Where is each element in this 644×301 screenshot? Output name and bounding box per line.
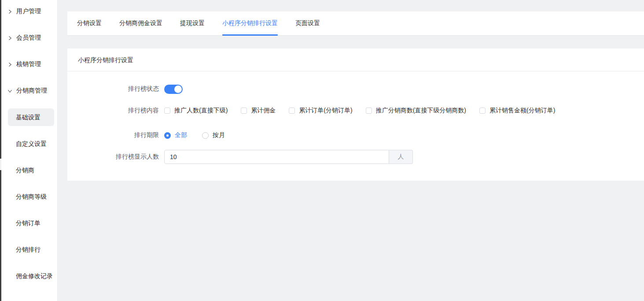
checkbox-total-sales-amount[interactable]: 累计销售金额(分销订单) bbox=[479, 107, 555, 115]
sidebar-item-distribution-ranking[interactable]: 分销排行 bbox=[1, 241, 57, 258]
sidebar-item-label: 分销排行 bbox=[16, 246, 40, 253]
checkbox-promoted-users[interactable]: 推广人数(直接下级) bbox=[164, 107, 228, 115]
tab-distributor-commission-settings[interactable]: 分销商佣金设置 bbox=[119, 11, 162, 35]
ranking-period-row: 排行期限 全部 按月 bbox=[67, 126, 644, 144]
tab-page-settings[interactable]: 页面设置 bbox=[295, 11, 320, 35]
sidebar-item-label: 分销商等级 bbox=[16, 193, 47, 200]
sidebar-item-distribution-orders[interactable]: 分销订单 bbox=[1, 214, 57, 232]
chevron-right-icon bbox=[7, 35, 12, 41]
sidebar-item-basic-settings[interactable]: 基础设置 bbox=[8, 108, 54, 126]
tab-label: 分销设置 bbox=[77, 19, 102, 27]
ranking-period-label: 排行期限 bbox=[67, 131, 159, 139]
toggle-knob bbox=[174, 85, 182, 93]
tab-label: 提现设置 bbox=[180, 19, 205, 27]
checkbox-icon bbox=[366, 108, 372, 114]
ranking-status-label: 排行榜状态 bbox=[67, 85, 159, 93]
tab-miniprogram-ranking-settings[interactable]: 小程序分销排行设置 bbox=[222, 11, 278, 35]
checkbox-icon bbox=[289, 108, 295, 114]
chevron-down-icon bbox=[7, 88, 12, 93]
checkbox-total-orders[interactable]: 累计订单(分销订单) bbox=[289, 107, 352, 115]
radio-period-monthly[interactable]: 按月 bbox=[202, 131, 225, 139]
tab-withdrawal-settings[interactable]: 提现设置 bbox=[180, 11, 205, 35]
display-count-input[interactable] bbox=[164, 150, 389, 164]
radio-unselected-icon bbox=[202, 132, 209, 139]
display-count-input-group: 人 bbox=[164, 150, 413, 164]
sidebar-group-user-management[interactable]: 用户管理 bbox=[1, 3, 57, 20]
tab-label: 小程序分销排行设置 bbox=[222, 19, 278, 27]
sidebar-item-label: 分销商 bbox=[16, 167, 34, 174]
checkbox-icon bbox=[164, 108, 170, 114]
chevron-right-icon bbox=[7, 9, 12, 14]
sidebar-item-label: 自定义设置 bbox=[16, 140, 47, 147]
ranking-display-count-row: 排行榜显示人数 人 bbox=[67, 148, 644, 166]
sidebar-group-label: 分销商管理 bbox=[16, 87, 47, 95]
sidebar-item-label: 基础设置 bbox=[16, 114, 40, 121]
checkbox-icon bbox=[241, 108, 247, 114]
ranking-status-row: 排行榜状态 bbox=[67, 80, 644, 98]
sidebar-item-commission-change-log[interactable]: 佣金修改记录 bbox=[1, 267, 57, 285]
sidebar-item-custom-settings[interactable]: 自定义设置 bbox=[1, 135, 57, 152]
checkbox-total-commission[interactable]: 累计佣金 bbox=[241, 107, 276, 115]
left-edge-strip-bottom bbox=[0, 170, 1, 301]
ranking-status-toggle[interactable] bbox=[164, 85, 183, 94]
radio-period-all[interactable]: 全部 bbox=[164, 131, 187, 139]
sidebar-group-verification-management[interactable]: 核销管理 bbox=[1, 56, 57, 73]
checkbox-icon bbox=[479, 108, 486, 114]
sidebar-item-distributors[interactable]: 分销商 bbox=[1, 161, 57, 179]
left-edge-strip-top bbox=[0, 0, 1, 159]
sidebar-group-distributor-management[interactable]: 分销商管理 bbox=[1, 82, 57, 100]
settings-tabbar: 分销设置 分销商佣金设置 提现设置 小程序分销排行设置 页面设置 bbox=[67, 11, 644, 36]
ranking-display-count-label: 排行榜显示人数 bbox=[67, 153, 159, 161]
panel-title: 小程序分销排行设置 bbox=[67, 48, 644, 71]
tab-label: 页面设置 bbox=[295, 19, 320, 27]
ranking-content-row: 排行榜内容 推广人数(直接下级) 累计佣金 累计订单(分销订单) 推广分销商数(… bbox=[67, 102, 644, 119]
sidebar-item-label: 分销订单 bbox=[16, 219, 40, 227]
radio-dot bbox=[166, 134, 169, 137]
radio-selected-icon bbox=[164, 132, 171, 139]
sidebar-item-distributor-levels[interactable]: 分销商等级 bbox=[1, 188, 57, 205]
chevron-right-icon bbox=[7, 62, 12, 67]
tab-label: 分销商佣金设置 bbox=[119, 19, 162, 27]
admin-app: 用户管理 会员管理 核销管理 分销商管理 基础设置 自定义设置 bbox=[0, 0, 644, 301]
display-count-unit: 人 bbox=[389, 150, 413, 164]
sidebar-group-label: 用户管理 bbox=[16, 7, 41, 15]
sidebar-group-label: 会员管理 bbox=[16, 34, 41, 42]
ranking-settings-panel: 小程序分销排行设置 排行榜状态 排行榜内容 推广人数(直接下级) 累计佣金 bbox=[67, 48, 644, 181]
sidebar-group-member-management[interactable]: 会员管理 bbox=[1, 29, 57, 47]
sidebar-item-label: 佣金修改记录 bbox=[16, 272, 53, 279]
sidebar-group-label: 核销管理 bbox=[16, 60, 41, 68]
checkbox-promoted-distributors[interactable]: 推广分销商数(直接下级分销商数) bbox=[366, 107, 466, 115]
tab-distribution-settings[interactable]: 分销设置 bbox=[77, 11, 102, 35]
sidebar: 用户管理 会员管理 核销管理 分销商管理 基础设置 自定义设置 bbox=[1, 0, 58, 301]
ranking-content-label: 排行榜内容 bbox=[67, 107, 159, 115]
